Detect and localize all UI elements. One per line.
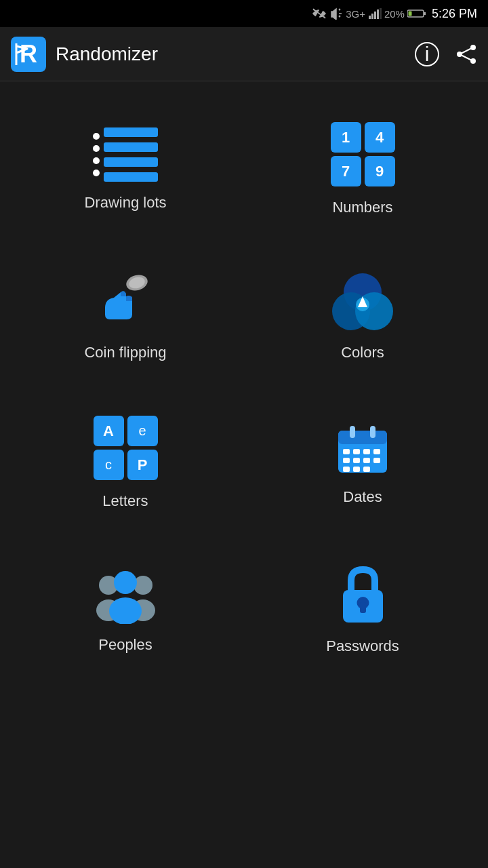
signal-icon <box>368 8 382 19</box>
num-tile-7: 7 <box>331 156 361 186</box>
colors-icon <box>332 271 393 332</box>
battery-icon <box>407 9 426 18</box>
numbers-item[interactable]: 1 4 7 9 Numbers <box>244 95 481 243</box>
svg-rect-33 <box>363 458 370 463</box>
peoples-item[interactable]: Peoples <box>7 537 244 682</box>
svg-rect-2 <box>371 14 373 19</box>
mute-icon <box>329 7 343 20</box>
letters-icon: A e c P <box>94 416 158 480</box>
letter-e: e <box>127 416 158 446</box>
num-tile-4: 4 <box>365 122 395 153</box>
svg-rect-7 <box>424 12 426 15</box>
numbers-label: Numbers <box>332 199 392 216</box>
app-title: Randomizer <box>56 43 415 65</box>
svg-rect-36 <box>353 467 360 472</box>
app-bar: R Randomizer i <box>0 27 488 81</box>
drawing-lots-label: Drawing lots <box>84 194 166 212</box>
coin-flipping-icon <box>95 271 156 332</box>
svg-rect-4 <box>377 9 379 19</box>
svg-rect-29 <box>363 449 370 454</box>
svg-rect-34 <box>373 458 380 463</box>
svg-rect-8 <box>408 12 411 16</box>
svg-rect-1 <box>369 16 371 19</box>
colors-label: Colors <box>341 344 384 361</box>
svg-rect-3 <box>374 12 376 19</box>
share-button[interactable] <box>455 45 477 64</box>
svg-point-43 <box>109 597 142 624</box>
numbers-icon: 1 4 7 9 <box>331 122 395 186</box>
app-logo: R <box>11 37 46 72</box>
svg-line-15 <box>460 54 473 61</box>
eye-off-icon <box>312 8 327 19</box>
battery-text: 20% <box>384 8 405 20</box>
svg-line-14 <box>460 47 473 54</box>
coin-flipping-item[interactable]: Coin flipping <box>7 243 244 389</box>
colors-item[interactable]: Colors <box>244 243 481 389</box>
drawing-lots-item[interactable]: Drawing lots <box>7 95 244 243</box>
svg-rect-31 <box>343 458 350 463</box>
svg-rect-5 <box>380 8 382 19</box>
num-tile-9: 9 <box>365 156 395 186</box>
peoples-label: Peoples <box>98 636 152 654</box>
letter-c: c <box>94 450 124 480</box>
svg-rect-37 <box>363 467 370 472</box>
app-bar-actions: i <box>415 42 477 66</box>
svg-rect-46 <box>360 602 366 613</box>
num-tile-1: 1 <box>331 122 361 153</box>
svg-rect-27 <box>343 449 350 454</box>
dates-label: Dates <box>343 488 382 506</box>
network-indicator: 3G+ <box>346 8 365 20</box>
status-time: 5:26 PM <box>432 7 477 21</box>
svg-rect-24 <box>338 431 387 444</box>
status-icons: 3G+ 20% 5:26 PM <box>312 7 477 21</box>
svg-point-42 <box>114 571 137 594</box>
passwords-item[interactable]: Passwords <box>244 537 481 682</box>
dates-item[interactable]: Dates <box>244 389 481 537</box>
letter-P: P <box>127 450 158 480</box>
svg-rect-28 <box>353 449 360 454</box>
peoples-icon <box>94 566 158 624</box>
letters-label: Letters <box>102 492 148 510</box>
svg-text:R: R <box>20 40 37 68</box>
svg-rect-32 <box>353 458 360 463</box>
drawing-lots-icon <box>93 127 158 182</box>
dates-icon <box>335 420 390 476</box>
svg-rect-35 <box>343 467 350 472</box>
svg-rect-26 <box>370 426 375 438</box>
svg-rect-30 <box>373 449 380 454</box>
status-bar: 3G+ 20% 5:26 PM <box>0 0 488 27</box>
svg-rect-25 <box>350 426 355 438</box>
passwords-icon <box>338 564 388 625</box>
coin-flipping-label: Coin flipping <box>84 344 166 361</box>
letter-A: A <box>94 416 124 446</box>
main-grid: Drawing lots 1 4 7 9 Numbers <box>0 81 488 696</box>
passwords-label: Passwords <box>326 637 399 655</box>
letters-item[interactable]: A e c P Letters <box>7 389 244 537</box>
info-button[interactable]: i <box>415 42 439 66</box>
